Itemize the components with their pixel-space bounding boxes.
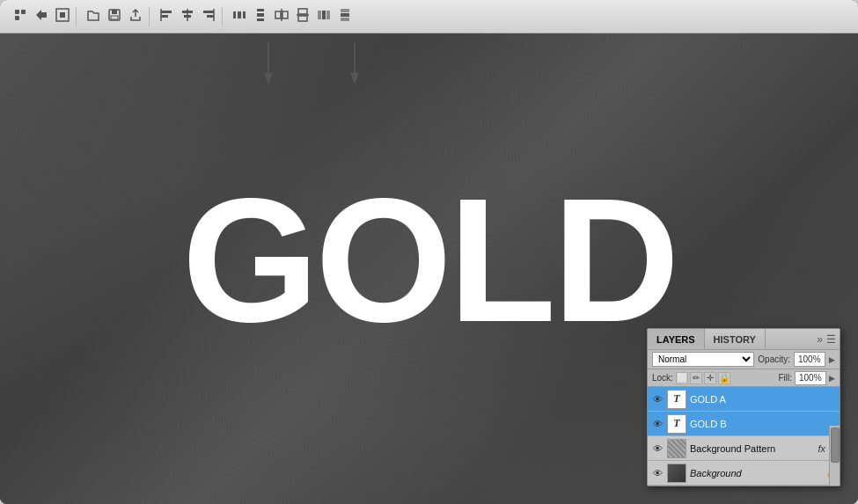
arrow-indicator-1	[260, 42, 277, 86]
svg-rect-28	[298, 9, 307, 14]
layer-thumb-background	[667, 464, 686, 483]
layer-name-bg-pattern: Background Pattern	[690, 443, 815, 454]
layer-item-background[interactable]: 👁 Background 🔒	[648, 461, 840, 486]
toolbar-btn-dist4[interactable]	[293, 7, 312, 26]
svg-rect-31	[322, 11, 326, 19]
svg-rect-15	[203, 11, 214, 13]
save-icon	[107, 8, 121, 25]
distribute-h-icon	[232, 8, 246, 25]
toolbar-btn-align-left[interactable]	[157, 7, 176, 26]
scrollbar-thumb[interactable]	[831, 427, 840, 463]
arrow-indicator-2	[346, 42, 363, 86]
svg-marker-37	[264, 73, 273, 84]
layer-thumb-gold-b: T	[667, 414, 686, 434]
layer-item-gold-b[interactable]: 👁 T GOLD B	[648, 412, 840, 436]
svg-rect-19	[238, 11, 241, 18]
toolbar-group-transform	[7, 7, 77, 26]
layers-panel: LAYERS HISTORY » ☰ Normal Multiply Scree…	[647, 328, 840, 486]
layers-scrollbar[interactable]	[829, 426, 840, 486]
eye-icon-bg-pattern: 👁	[653, 443, 663, 454]
lock-icons: ⬜ ✏ ✛ 🔒	[676, 372, 730, 384]
fill-label: Fill:	[778, 373, 792, 383]
svg-rect-35	[341, 18, 349, 21]
svg-rect-18	[233, 11, 236, 18]
eye-icon-gold-a: 👁	[653, 394, 663, 405]
lock-position-btn[interactable]: ✛	[704, 372, 716, 384]
layer-item-gold-a[interactable]: 👁 T GOLD A	[648, 387, 840, 412]
svg-rect-34	[341, 13, 349, 17]
toolbar-btn-dist6[interactable]	[335, 7, 355, 26]
fill-arrow[interactable]: ▶	[829, 374, 835, 383]
eye-icon-background: 👁	[653, 468, 663, 478]
layer-visibility-background[interactable]: 👁	[651, 467, 664, 479]
toolbar	[0, 0, 858, 33]
opacity-label: Opacity:	[758, 354, 790, 364]
blend-mode-select[interactable]: Normal Multiply Screen Overlay	[652, 352, 754, 367]
toolbar-btn-dist3[interactable]	[272, 7, 291, 26]
toolbar-btn-align-center[interactable]	[178, 7, 197, 26]
lock-paint-btn[interactable]: ✏	[690, 372, 702, 384]
distribute-3-icon	[275, 8, 289, 25]
svg-rect-22	[257, 13, 264, 17]
toolbar-btn-save[interactable]	[105, 7, 124, 26]
svg-rect-23	[257, 18, 264, 21]
tab-menu-icon[interactable]: ☰	[826, 333, 836, 346]
lock-label: Lock:	[652, 373, 673, 383]
toolbar-btn-dist-v[interactable]	[251, 7, 270, 26]
fill-value: 100%	[795, 371, 826, 385]
layers-blend-row: Normal Multiply Screen Overlay Opacity: …	[648, 350, 840, 369]
svg-rect-8	[111, 16, 118, 19]
distribute-v-icon	[253, 8, 268, 25]
toolbar-btn-move[interactable]	[11, 7, 30, 26]
svg-rect-32	[326, 11, 330, 19]
layer-name-gold-a: GOLD A	[690, 394, 836, 405]
svg-rect-30	[318, 11, 321, 19]
svg-rect-5	[60, 12, 65, 18]
app-window: GOLD LAYERS HISTORY » ☰ Normal	[0, 0, 858, 504]
toolbar-btn-dist-h[interactable]	[230, 7, 249, 26]
layer-visibility-bg-pattern[interactable]: 👁	[651, 442, 664, 455]
toolbar-group-file	[80, 7, 150, 26]
lock-all-btn[interactable]: 🔒	[718, 372, 730, 384]
tab-history[interactable]: HISTORY	[705, 329, 766, 349]
tab-more: » ☰	[813, 329, 840, 349]
toolbar-group-align	[153, 7, 223, 26]
svg-rect-2	[15, 16, 19, 20]
svg-rect-0	[15, 10, 19, 14]
layer-thumb-bg-pattern	[667, 439, 686, 458]
toolbar-btn-align-right[interactable]	[199, 7, 218, 26]
align-right-icon	[202, 8, 216, 25]
arrow-icon	[34, 8, 48, 25]
canvas-area[interactable]: GOLD LAYERS HISTORY » ☰ Normal	[0, 33, 858, 504]
opacity-arrow[interactable]: ▶	[829, 355, 835, 364]
lock-transparency-btn[interactable]: ⬜	[676, 372, 688, 384]
layer-name-background: Background	[690, 468, 822, 478]
svg-rect-25	[275, 11, 281, 18]
toolbar-btn-dist5[interactable]	[314, 7, 334, 26]
layer-item-bg-pattern[interactable]: 👁 Background Pattern fx ▼	[648, 436, 840, 461]
layers-list: 👁 T GOLD A 👁 T GOLD B 👁	[648, 387, 840, 486]
tab-layers[interactable]: LAYERS	[648, 329, 705, 349]
layer-visibility-gold-a[interactable]: 👁	[651, 393, 664, 405]
layers-lock-row: Lock: ⬜ ✏ ✛ 🔒 Fill: 100% ▶	[648, 369, 840, 387]
export-icon	[128, 8, 143, 25]
layer-thumb-gold-a: T	[667, 390, 686, 409]
toolbar-btn-arrow[interactable]	[32, 7, 51, 26]
svg-rect-26	[282, 11, 288, 18]
toolbar-btn-export[interactable]	[126, 7, 145, 26]
eye-icon-gold-b: 👁	[653, 419, 663, 429]
distribute-5-icon	[317, 8, 331, 25]
align-left-icon	[159, 8, 173, 25]
distribute-4-icon	[296, 8, 310, 25]
layer-visibility-gold-b[interactable]: 👁	[651, 418, 664, 430]
svg-marker-39	[350, 73, 359, 84]
toolbar-btn-open[interactable]	[84, 7, 103, 26]
toolbar-group-distribute	[226, 7, 358, 26]
distribute-6-icon	[338, 8, 352, 25]
toolbar-btn-transform2[interactable]	[53, 7, 72, 26]
svg-rect-33	[341, 9, 349, 12]
open-icon	[86, 8, 100, 25]
transform-icon	[55, 8, 70, 25]
tab-more-arrows[interactable]: »	[817, 333, 823, 346]
svg-rect-16	[207, 15, 214, 18]
